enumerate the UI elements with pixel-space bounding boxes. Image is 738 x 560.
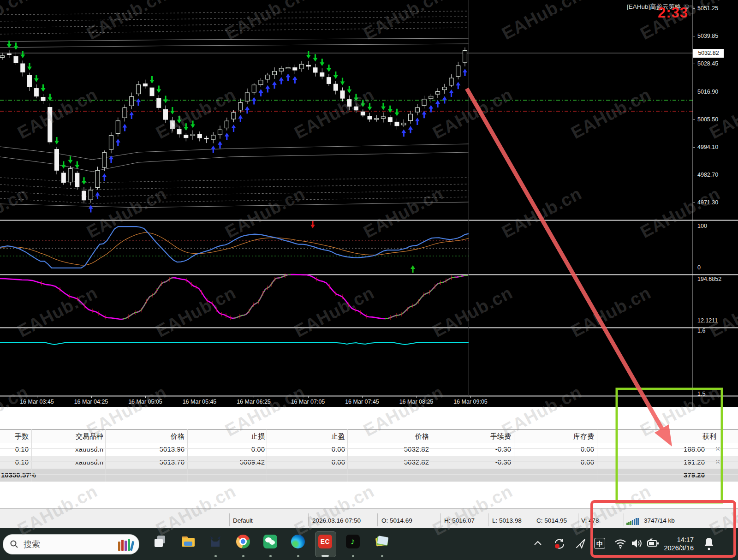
- music-note-app-icon[interactable]: ♪: [346, 535, 360, 548]
- time-tick-label: 16 Mar 03:45: [20, 399, 54, 405]
- search-placeholder: 搜索: [24, 539, 40, 550]
- price-tick: [693, 92, 695, 92]
- time-tick-label: 16 Mar 07:45: [345, 399, 379, 405]
- candlestick-chart[interactable]: [0, 0, 738, 407]
- status-separator: [377, 513, 378, 526]
- time-tick: [91, 396, 92, 398]
- column-divider: [267, 429, 267, 482]
- position-cell: 188.60: [684, 445, 705, 453]
- column-header: 止盈: [331, 432, 345, 441]
- position-cell: 0.00: [581, 445, 594, 453]
- bandwidth-value: 3747/14 kb: [644, 517, 675, 524]
- status-separator: [578, 513, 578, 526]
- column-header: 手续费: [490, 432, 511, 441]
- position-cell: 191.20: [684, 458, 705, 466]
- table-header-row[interactable]: 手数交易品种价格止损止盈价格手续费库存费获利: [0, 429, 738, 443]
- volume-icon[interactable]: [631, 537, 643, 549]
- position-cell: 5013.96: [160, 445, 184, 453]
- time-tick: [254, 396, 254, 398]
- time-tick: [308, 396, 309, 398]
- price-tick: [693, 64, 695, 64]
- candle-datetime: 2026.03.16 07:50: [312, 517, 361, 524]
- positions-table: 手数交易品种价格止损止盈价格手续费库存费获利0.10xauusd.n5013.9…: [0, 407, 738, 482]
- column-divider: [347, 429, 348, 482]
- wifi-icon[interactable]: [614, 537, 627, 549]
- price-tick: [693, 36, 695, 36]
- running-dot: [214, 555, 217, 557]
- wechat-icon[interactable]: [263, 535, 277, 548]
- column-divider: [514, 429, 514, 482]
- indicator-scale-label: 1.5: [697, 391, 705, 397]
- close-position-button[interactable]: ✕: [715, 445, 720, 453]
- column-divider: [105, 429, 106, 482]
- volume-value: V: 478: [581, 517, 599, 524]
- running-dot: [242, 555, 244, 557]
- column-divider: [31, 429, 32, 482]
- ohlc-close: C: 5014.95: [536, 517, 567, 524]
- ohlc-low: L: 5013.98: [492, 517, 522, 524]
- notification-bell-icon[interactable]: [702, 536, 716, 551]
- profile-selector[interactable]: Default: [233, 517, 253, 524]
- column-header: 价格: [415, 432, 429, 441]
- column-divider: [187, 429, 188, 482]
- price-axis[interactable]: 5051.255039.855028.455016.905005.504994.…: [693, 0, 738, 407]
- edge-icon[interactable]: [291, 535, 305, 548]
- price-tick-label: 4994.10: [697, 144, 718, 150]
- price-tick-label: 4982.70: [697, 172, 718, 178]
- position-cell: 5032.82: [404, 445, 429, 453]
- time-tick: [362, 396, 363, 398]
- position-cell: xauusd.n: [75, 458, 103, 466]
- time-tick-label: 16 Mar 08:25: [399, 399, 434, 405]
- taskbar: 搜索: [0, 528, 738, 560]
- bandwidth-histogram-icon: [626, 518, 639, 525]
- status-bar: Default2026.03.16 07:50O: 5014.69H: 5016…: [0, 508, 738, 529]
- taskbar-clock[interactable]: 14:17 2026/3/16: [664, 536, 694, 552]
- navigation-arrow-icon[interactable]: [575, 537, 587, 549]
- task-view-icon[interactable]: [154, 535, 167, 548]
- close-position-button[interactable]: ✕: [715, 458, 720, 465]
- position-cell: 5009.42: [240, 458, 265, 466]
- column-header: 止损: [251, 432, 265, 441]
- position-cell: 5013.70: [160, 458, 184, 466]
- tray-chevron-up-icon[interactable]: [532, 537, 544, 549]
- file-explorer-icon[interactable]: [181, 535, 195, 548]
- time-tick: [200, 396, 200, 398]
- status-separator: [624, 513, 624, 526]
- position-row[interactable]: 0.10xauusd.n5013.705009.420.005032.82-0.…: [0, 456, 738, 469]
- time-tick-label: 16 Mar 06:25: [237, 399, 271, 405]
- indicator-scale-label: 100: [697, 223, 707, 229]
- ime-indicator[interactable]: 中: [594, 538, 605, 549]
- cat-app-icon[interactable]: [208, 535, 222, 548]
- time-tick-label: 16 Mar 04:25: [74, 399, 108, 405]
- time-tick-label: 16 Mar 09:05: [453, 399, 488, 405]
- position-cell: 0.00: [332, 458, 345, 466]
- status-separator: [488, 513, 488, 526]
- indicator-scale-label: 12.1211: [697, 317, 718, 324]
- position-cell: 0.00: [581, 458, 594, 466]
- indicator-scale-label: 194.6852: [697, 276, 721, 282]
- price-tick: [693, 175, 695, 175]
- books-app-icon[interactable]: [375, 535, 389, 548]
- ec-active-indicator: [321, 555, 329, 557]
- column-divider: [432, 429, 432, 482]
- column-header: 交易品种: [76, 432, 103, 441]
- search-input[interactable]: 搜索: [3, 534, 139, 554]
- battery-charging-icon[interactable]: [647, 537, 661, 549]
- running-dot: [352, 555, 354, 557]
- position-row[interactable]: 0.10xauusd.n5013.960.000.005032.82-0.300…: [0, 443, 738, 456]
- time-tick: [37, 396, 37, 398]
- status-separator: [533, 513, 533, 526]
- position-cell: xauusd.n: [75, 445, 103, 453]
- column-header: 价格: [171, 432, 184, 441]
- ec-terminal-icon[interactable]: EC: [318, 535, 332, 548]
- time-tick-label: 16 Mar 05:05: [128, 399, 162, 405]
- chrome-icon[interactable]: [236, 535, 250, 548]
- position-cell: 0.00: [251, 445, 265, 453]
- ohlc-open: O: 5014.69: [381, 517, 412, 524]
- time-axis[interactable]: 16 Mar 03:4516 Mar 04:2516 Mar 05:0516 M…: [0, 396, 693, 407]
- column-header: 获利: [702, 432, 716, 441]
- price-tick-label: 5039.85: [697, 33, 718, 39]
- price-tick-label: 5028.45: [697, 60, 718, 67]
- sync-app-icon[interactable]: [553, 537, 566, 550]
- indicator-scale-label: 0: [697, 264, 701, 271]
